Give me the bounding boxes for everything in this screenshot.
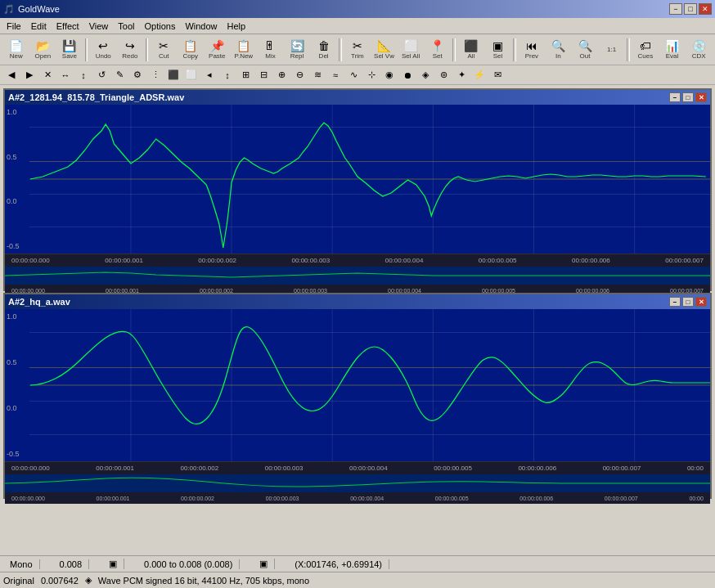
pnew-button[interactable]: 📋 P.New: [231, 37, 257, 63]
menu-file[interactable]: File: [2, 20, 26, 33]
overview-1[interactable]: [5, 267, 710, 285]
prev-button[interactable]: ⏮ Prev: [519, 37, 545, 63]
del-label: Del: [319, 52, 329, 60]
tb2-btn-27[interactable]: ⚡: [471, 67, 488, 83]
tb2-btn-18[interactable]: ≋: [309, 67, 326, 83]
tb2-btn-9[interactable]: ⋮: [147, 67, 164, 83]
tb2-btn-2[interactable]: ▶: [21, 67, 38, 83]
status-position: (X:001746, +0.69914): [288, 559, 389, 569]
save-label: Save: [62, 52, 77, 60]
set-button[interactable]: 📍 Set: [425, 37, 451, 63]
cut-label: Cut: [159, 52, 169, 60]
close-button[interactable]: ✕: [699, 3, 712, 15]
tb2-btn-24[interactable]: ◈: [417, 67, 434, 83]
mix-button[interactable]: 🎚 Mix: [258, 37, 284, 63]
selvw-button[interactable]: 📐 Sel Vw: [371, 37, 398, 63]
tl-2-8: 00:00: [687, 465, 704, 472]
tb2-btn-20[interactable]: ∿: [345, 67, 362, 83]
tb2-btn-11[interactable]: ⬜: [183, 67, 200, 83]
mix-icon: 🎚: [264, 40, 276, 52]
zoomout-button[interactable]: 🔍 Out: [572, 37, 598, 63]
wave-minimize-1[interactable]: −: [669, 92, 681, 102]
tb2-btn-14[interactable]: ⊞: [237, 67, 254, 83]
tb2-btn-17[interactable]: ⊖: [291, 67, 308, 83]
copy-button[interactable]: 📋 Copy: [178, 37, 204, 63]
sel-button[interactable]: ▣ Sel: [485, 37, 511, 63]
wave-minimize-2[interactable]: −: [669, 297, 681, 307]
menu-help[interactable]: Help: [223, 20, 251, 33]
overview-2[interactable]: [5, 474, 710, 492]
trim-button[interactable]: ✂ Trim: [344, 37, 371, 63]
menu-edit[interactable]: Edit: [26, 20, 52, 33]
ovl-1-7: 00:00:00.007: [670, 288, 704, 294]
eval-button[interactable]: 📊 Eval: [659, 37, 686, 63]
tb2-btn-16[interactable]: ⊕: [273, 67, 290, 83]
toolbar-sep-1: [85, 38, 88, 61]
ovl-1-0: 00:00:00.000: [11, 288, 45, 294]
wave-main-2[interactable]: 1.0 0.5 0.0 -0.5: [5, 309, 710, 461]
prev-label: Prev: [525, 52, 538, 60]
menu-options[interactable]: Options: [139, 20, 180, 33]
all-button[interactable]: ⬛ All: [458, 37, 484, 63]
tb2-btn-5[interactable]: ↕: [75, 67, 92, 83]
ovl-1-5: 00:00:00.005: [482, 288, 515, 294]
minimize-button[interactable]: −: [669, 3, 682, 15]
wave-close-2[interactable]: ✕: [695, 297, 707, 307]
cdx-button[interactable]: 💿 CDX: [686, 37, 712, 63]
tb2-btn-10[interactable]: ⬛: [165, 67, 182, 83]
cut-button[interactable]: ✂ Cut: [151, 37, 177, 63]
redo-button[interactable]: ↪ Redo: [117, 37, 143, 63]
tb2-btn-15[interactable]: ⊟: [255, 67, 272, 83]
tb2-btn-28[interactable]: ✉: [489, 67, 506, 83]
zoomout-label: Out: [580, 52, 591, 60]
zoomin-button[interactable]: 🔍 In: [546, 37, 572, 63]
wave-close-1[interactable]: ✕: [695, 92, 707, 102]
menu-window[interactable]: Window: [180, 20, 222, 33]
wave-main-1[interactable]: 1.0 0.5 0.0 -0.5: [5, 105, 710, 254]
tb2-btn-4[interactable]: ↔: [57, 67, 74, 83]
wave-maximize-2[interactable]: □: [682, 297, 694, 307]
wave-title-1: A#2_1281.94_815.78_Triangle_ADSR.wav: [8, 92, 184, 102]
open-button[interactable]: 📂 Open: [30, 37, 56, 63]
new-button[interactable]: 📄 New: [3, 37, 29, 63]
tb2-btn-21[interactable]: ⊹: [363, 67, 380, 83]
copy-label: Copy: [182, 52, 198, 60]
cues-button[interactable]: 🏷 Cues: [632, 37, 659, 63]
selall-button[interactable]: ⬜ Sel All: [398, 37, 424, 63]
tb2-btn-13[interactable]: ↕: [219, 67, 236, 83]
zoom11-button[interactable]: 1:1: [599, 37, 625, 63]
undo-button[interactable]: ↩ Undo: [90, 37, 116, 63]
save-button[interactable]: 💾 Save: [56, 37, 83, 63]
redo-label: Redo: [122, 52, 137, 60]
tb2-btn-25[interactable]: ⊚: [435, 67, 452, 83]
tb2-btn-6[interactable]: ↺: [93, 67, 110, 83]
tb2-btn-8[interactable]: ⚙: [129, 67, 146, 83]
menu-effect[interactable]: Effect: [52, 20, 84, 33]
tb2-btn-22[interactable]: ◉: [381, 67, 398, 83]
zoom11-label: 1:1: [607, 46, 616, 53]
repl-label: Repl: [290, 52, 304, 60]
tb2-btn-26[interactable]: ✦: [453, 67, 470, 83]
menu-tool[interactable]: Tool: [113, 20, 139, 33]
tb2-btn-3[interactable]: ✕: [39, 67, 56, 83]
undo-label: Undo: [96, 52, 111, 60]
waveform-svg-2: [5, 309, 710, 461]
cues-label: Cues: [638, 52, 654, 60]
tb2-btn-1[interactable]: ◀: [3, 67, 20, 83]
tb2-btn-19[interactable]: ≈: [327, 67, 344, 83]
tb2-btn-7[interactable]: ✎: [111, 67, 128, 83]
del-icon: 🗑: [318, 40, 330, 52]
maximize-button[interactable]: □: [684, 3, 697, 15]
wave-controls-2: − □ ✕: [669, 297, 707, 307]
pnew-label: P.New: [235, 52, 254, 60]
wave-maximize-1[interactable]: □: [682, 92, 694, 102]
copy-icon: 📋: [183, 40, 197, 52]
tb2-btn-12[interactable]: ◂: [201, 67, 218, 83]
menu-view[interactable]: View: [84, 20, 114, 33]
del-button[interactable]: 🗑 Del: [311, 37, 337, 63]
paste-button[interactable]: 📌 Paste: [205, 37, 231, 63]
tl-2-3: 00:00:00.003: [265, 465, 304, 472]
tl-2-0: 00:00:00.000: [11, 465, 50, 472]
repl-button[interactable]: 🔄 Repl: [284, 37, 310, 63]
tb2-btn-23[interactable]: ⏺: [399, 67, 416, 83]
